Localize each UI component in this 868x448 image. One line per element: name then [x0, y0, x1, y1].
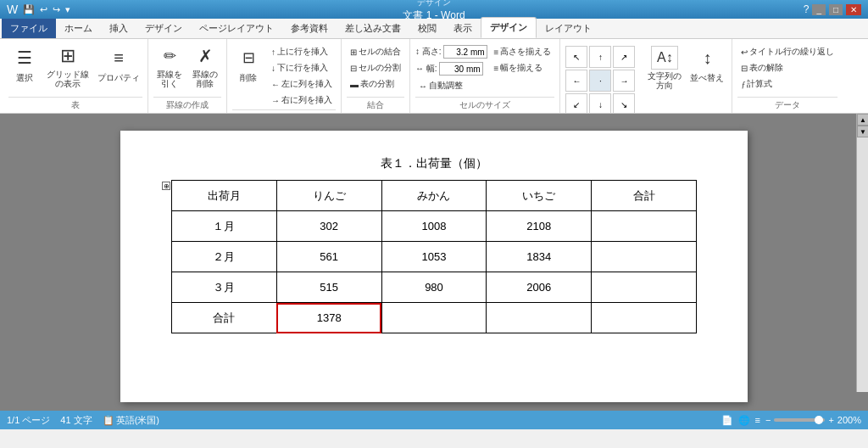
zoom-in-btn[interactable]: + — [828, 415, 833, 425]
cell-r4c2[interactable] — [381, 303, 487, 333]
align-mr-btn[interactable]: → — [613, 70, 635, 92]
cell-r4c4[interactable] — [592, 303, 697, 333]
insert-below-icon: ↓ — [271, 64, 275, 73]
tab-home[interactable]: ホーム — [56, 19, 101, 38]
ribbon-group-table-content: ☰ 選択 ⊞ グリッド線の表示 ≡ プロパティ — [8, 42, 142, 95]
view-web-btn[interactable]: 🌐 — [738, 415, 750, 426]
tab-view[interactable]: 表示 — [445, 19, 481, 38]
draw-table-icon: ✏ — [156, 44, 183, 68]
delete-btn[interactable]: ⊟ 削除 — [232, 42, 264, 90]
tab-insert[interactable]: 挿入 — [101, 19, 136, 38]
tab-references[interactable]: 参考資料 — [282, 19, 337, 38]
ribbon-group-align-content: ↖ ↑ ↗ ← · → ↙ ↓ ↘ A↕ 文字列の方向 ↕ — [565, 42, 726, 115]
quick-extra[interactable]: ▾ — [65, 4, 70, 15]
cell-r3c1[interactable]: 515 — [276, 272, 381, 303]
cell-r3c0[interactable]: ３月 — [172, 272, 277, 303]
quick-undo[interactable]: ↩ — [40, 4, 47, 15]
split-table-btn[interactable]: ▬表の分割 — [347, 76, 404, 92]
split-cells-btn[interactable]: ⊟セルの分割 — [347, 60, 404, 76]
scroll-down-btn[interactable]: ▼ — [857, 126, 868, 137]
cell-r2c2[interactable]: 1053 — [381, 242, 487, 272]
auto-fit-btn[interactable]: ↔自動調整 — [415, 78, 487, 93]
ribbon-group-cell-size: ↕ 高さ: ↔ 幅: ↔自動調整 ≡高さを揃える ≡幅を揃える セルのサイズ — [410, 39, 560, 113]
restore-btn[interactable]: □ — [829, 4, 843, 15]
equalize-height-label: 高さを揃える — [500, 46, 551, 58]
close-btn[interactable]: ✕ — [846, 4, 861, 15]
ribbon-group-merge: ⊞セルの結合 ⊟セルの分割 ▬表の分割 結合 — [342, 39, 410, 113]
word-count: 41 文字 — [60, 414, 92, 427]
zoom-slider[interactable] — [774, 418, 825, 422]
scroll-up-btn[interactable]: ▲ — [857, 114, 868, 126]
cell-r1c3[interactable]: 2108 — [487, 211, 592, 242]
group-draw-label: 罫線の作成 — [153, 97, 221, 113]
cell-r2c0[interactable]: ２月 — [172, 242, 277, 272]
insert-right-btn[interactable]: →右に列を挿入 — [268, 92, 336, 108]
view-outline-btn[interactable]: ≡ — [755, 415, 760, 425]
cell-r3c3[interactable]: 2006 — [487, 272, 592, 303]
cell-r4c1-active[interactable]: 1378 — [276, 303, 381, 333]
cell-r3c4[interactable] — [592, 272, 697, 303]
gridlines-btn[interactable]: ⊞ グリッド線の表示 — [44, 42, 92, 90]
tab-page-layout[interactable]: ページレイアウト — [191, 19, 282, 38]
text-direction-btn[interactable]: A↕ 文字列の方向 — [645, 44, 684, 92]
properties-btn[interactable]: ≡ プロパティ — [95, 42, 142, 90]
cell-r2c1[interactable]: 561 — [276, 242, 381, 272]
equalize-height-btn[interactable]: ≡高さを揃える — [491, 44, 555, 59]
align-ml-btn[interactable]: ← — [565, 70, 587, 92]
align-br-btn[interactable]: ↘ — [613, 93, 635, 115]
align-bc-btn[interactable]: ↓ — [589, 93, 611, 115]
insert-below-label: 下に行を挿入 — [277, 62, 328, 74]
insert-left-btn[interactable]: ←左に列を挿入 — [268, 76, 336, 92]
align-mc-btn[interactable]: · — [589, 70, 611, 92]
cell-r1c0[interactable]: １月 — [172, 211, 277, 242]
quick-save[interactable]: 💾 — [23, 4, 35, 15]
convert-table-btn[interactable]: ⊟表の解除 — [737, 60, 837, 76]
tab-design[interactable]: デザイン — [136, 19, 191, 38]
scrollbar-vertical[interactable]: ▲ ▼ — [856, 114, 868, 392]
minimize-btn[interactable]: _ — [812, 4, 826, 15]
tab-file[interactable]: ファイル — [2, 19, 56, 38]
text-direction-label: 文字列の方向 — [648, 71, 682, 90]
zoom-out-btn[interactable]: − — [765, 415, 771, 425]
eraser-btn[interactable]: ✗ 罫線の削除 — [189, 42, 221, 90]
align-tr-btn[interactable]: ↗ — [613, 46, 635, 68]
cell-r3c2[interactable]: 980 — [381, 272, 487, 303]
equalize-col: ≡高さを揃える ≡幅を揃える — [491, 42, 555, 76]
formula-btn[interactable]: ƒ計算式 — [737, 76, 837, 92]
help-btn[interactable]: ? — [804, 3, 810, 15]
view-print-btn[interactable]: 📄 — [721, 415, 733, 426]
properties-label: プロパティ — [97, 73, 140, 82]
cell-r2c4[interactable] — [592, 242, 697, 272]
repeat-header-btn[interactable]: ↩タイトル行の繰り返し — [737, 44, 837, 59]
insert-above-btn[interactable]: ↑上に行を挿入 — [268, 44, 336, 59]
cell-r4c3[interactable] — [487, 303, 592, 333]
sort-label: 並べ替え — [690, 73, 724, 82]
cell-r1c4[interactable] — [592, 211, 697, 242]
split-table-icon: ▬ — [350, 80, 359, 89]
align-tc-btn[interactable]: ↑ — [589, 46, 611, 68]
tab-table-design[interactable]: デザイン — [481, 17, 537, 38]
equalize-width-btn[interactable]: ≡幅を揃える — [491, 60, 555, 76]
cell-r4c0[interactable]: 合計 — [172, 303, 277, 333]
tab-review[interactable]: 校閲 — [409, 19, 445, 38]
sort-btn[interactable]: ↕ 並べ替え — [687, 42, 726, 90]
auto-fit-icon: ↔ — [419, 81, 427, 91]
height-input[interactable] — [443, 45, 487, 59]
cell-r1c2[interactable]: 1008 — [381, 211, 487, 242]
table-move-handle[interactable]: ⊕ — [162, 182, 170, 190]
table-row: １月 302 1008 2108 — [172, 211, 697, 242]
draw-table-btn[interactable]: ✏ 罫線を引く — [153, 42, 186, 90]
select-btn[interactable]: ☰ 選択 — [8, 42, 41, 90]
tab-mailings[interactable]: 差し込み文書 — [337, 19, 409, 38]
tab-table-layout[interactable]: レイアウト — [537, 19, 600, 38]
align-tl-btn[interactable]: ↖ — [565, 46, 587, 68]
width-input[interactable] — [439, 62, 483, 76]
cell-r1c1[interactable]: 302 — [276, 211, 381, 242]
align-bl-btn[interactable]: ↙ — [565, 93, 587, 115]
merge-cells-btn[interactable]: ⊞セルの結合 — [347, 44, 404, 59]
cell-r2c3[interactable]: 1834 — [487, 242, 592, 272]
insert-below-btn[interactable]: ↓下に行を挿入 — [268, 60, 336, 76]
quick-redo[interactable]: ↪ — [53, 4, 60, 15]
ribbon-tab-bar: ファイル ホーム 挿入 デザイン ページレイアウト 参考資料 差し込み文書 校閲… — [0, 19, 868, 39]
merge-col: ⊞セルの結合 ⊟セルの分割 ▬表の分割 — [347, 42, 404, 92]
